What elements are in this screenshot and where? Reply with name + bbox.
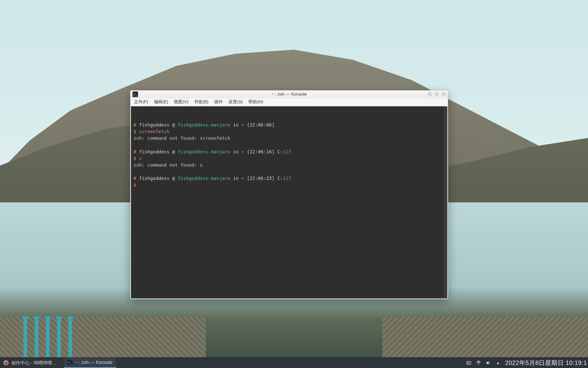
menu-file[interactable]: 文件(F) (131, 98, 151, 106)
taskbar-item-label: 创作中心 - 哔哩哔哩弹幕视… (11, 360, 60, 366)
terminal-viewport[interactable]: # fishgoddess @ fishgoddess-manjaro in ~… (131, 106, 447, 298)
svg-point-4 (478, 364, 479, 365)
window-close-button[interactable] (442, 92, 446, 96)
menu-bookmark[interactable]: 书签(B) (191, 98, 211, 106)
menu-help[interactable]: 帮助(H) (246, 98, 266, 106)
window-minimize-button[interactable] (428, 92, 432, 96)
terminal-icon: >_ (67, 360, 72, 365)
svg-rect-3 (468, 363, 469, 364)
taskbar: 创作中心 - 哔哩哔哩弹幕视… >_ ~ : zsh — Konsole ▲ 2… (0, 357, 588, 368)
window-titlebar[interactable]: >_ ~ : zsh — Konsole (130, 90, 448, 98)
wallpaper-cranes (23, 316, 141, 361)
desktop: >_ ~ : zsh — Konsole 文件(F) 编辑(E) 视图(V) 书… (0, 0, 588, 368)
menu-settings[interactable]: 设置(S) (226, 98, 246, 106)
wifi-icon[interactable] (476, 360, 481, 365)
window-controls (428, 92, 446, 96)
taskbar-clock[interactable]: 2022年5月8日星期日 10:19:1 (505, 359, 587, 367)
menu-edit[interactable]: 编辑(E) (151, 98, 171, 106)
menu-view[interactable]: 视图(V) (171, 98, 191, 106)
svg-rect-2 (469, 362, 469, 363)
window-title: ~ : zsh — Konsole (130, 92, 448, 97)
svg-rect-0 (467, 361, 471, 364)
input-method-icon[interactable] (466, 360, 471, 365)
menu-plugins[interactable]: 插件 (212, 98, 225, 106)
firefox-icon (4, 360, 9, 365)
tray-expand-icon[interactable]: ▲ (495, 360, 500, 365)
svg-rect-1 (468, 362, 468, 363)
menubar: 文件(F) 编辑(E) 视图(V) 书签(B) 插件 设置(S) 帮助(H) (130, 98, 448, 106)
terminal-scrollbar[interactable] (444, 106, 447, 298)
terminal-frame: # fishgoddess @ fishgoddess-manjaro in ~… (130, 106, 448, 299)
konsole-window: >_ ~ : zsh — Konsole 文件(F) 编辑(E) 视图(V) 书… (130, 90, 448, 299)
konsole-app-icon: >_ (132, 91, 138, 97)
taskbar-item-firefox[interactable]: 创作中心 - 哔哩哔哩弹幕视… (0, 358, 64, 368)
taskbar-item-label: ~ : zsh — Konsole (75, 360, 113, 365)
taskbar-item-konsole[interactable]: >_ ~ : zsh — Konsole (64, 358, 116, 368)
system-tray: ▲ 2022年5月8日星期日 10:19:1 (463, 358, 588, 368)
window-maximize-button[interactable] (435, 92, 439, 96)
volume-icon[interactable] (486, 360, 491, 365)
